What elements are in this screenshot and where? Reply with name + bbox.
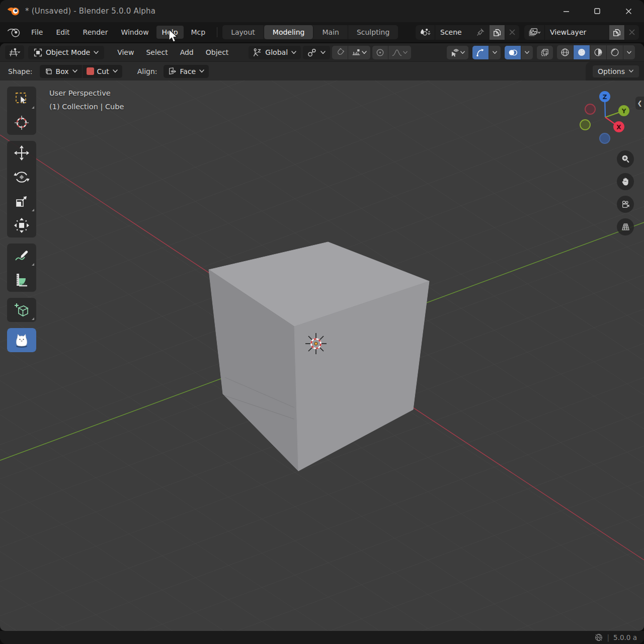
tool-rotate[interactable] <box>7 165 36 189</box>
svg-text:Y: Y <box>621 108 626 115</box>
mode-dropdown[interactable]: Object Mode <box>28 46 104 59</box>
duplicate-icon <box>493 28 501 37</box>
overlays-icon <box>508 48 518 57</box>
axis-y-ball[interactable]: Y <box>618 105 629 116</box>
menu-edit[interactable]: Edit <box>50 26 75 39</box>
xray-icon <box>540 48 550 57</box>
svg-text:X: X <box>616 124 621 131</box>
chevron-down-icon <box>112 69 118 73</box>
hand-icon <box>620 177 630 187</box>
menu-view[interactable]: View <box>112 46 139 59</box>
overlays-dropdown[interactable] <box>521 46 533 59</box>
scene-name[interactable]: Scene <box>435 25 490 40</box>
visibility-dropdown[interactable] <box>447 46 468 59</box>
chevron-down-icon <box>492 50 498 55</box>
measure-icon <box>14 272 30 288</box>
scene-delete-button[interactable] <box>505 25 519 40</box>
svg-text:Z: Z <box>603 94 607 101</box>
camera-view-button[interactable] <box>617 196 634 213</box>
close-button[interactable] <box>613 0 644 22</box>
shape-dropdown[interactable]: Box <box>40 65 82 78</box>
menu-window[interactable]: Window <box>115 26 154 39</box>
subtool-indicator <box>32 263 34 266</box>
shading-wireframe-button[interactable] <box>557 45 574 59</box>
sidebar-toggle[interactable]: ❮ <box>635 97 644 110</box>
tool-scale[interactable] <box>7 189 36 213</box>
tool-add-cube[interactable] <box>7 298 36 322</box>
snap-settings-dropdown[interactable] <box>348 46 370 59</box>
shading-rendered-button[interactable] <box>607 45 623 59</box>
3d-viewport-editor: Object Mode View Select Add Object Globa… <box>0 43 644 631</box>
scene-type-dropdown[interactable] <box>416 25 435 40</box>
show-overlays-toggle[interactable] <box>505 46 521 59</box>
zoom-button[interactable] <box>617 150 634 168</box>
chevron-down-icon <box>93 50 99 55</box>
blender-app-menu-icon[interactable] <box>7 27 21 38</box>
minimize-icon <box>562 8 570 15</box>
tab-sculpting[interactable]: Sculpting <box>348 25 398 39</box>
shading-solid-button[interactable] <box>574 45 590 59</box>
cut-color-swatch <box>87 67 94 75</box>
options-button[interactable]: Options <box>593 65 639 77</box>
viewport-controls <box>617 150 634 235</box>
tool-transform[interactable] <box>7 213 36 237</box>
viewlayer-delete-button[interactable] <box>625 25 639 40</box>
menu-file[interactable]: File <box>26 26 48 39</box>
proportional-falloff-dropdown[interactable] <box>388 46 411 59</box>
maximize-button[interactable] <box>582 0 613 22</box>
perspective-toggle-button[interactable] <box>617 218 634 235</box>
pan-button[interactable] <box>617 173 634 190</box>
editor-type-dropdown[interactable] <box>5 45 24 59</box>
menu-object[interactable]: Object <box>201 46 234 59</box>
xray-group <box>537 46 553 59</box>
shading-dropdown[interactable] <box>623 45 635 59</box>
viewlayer-name[interactable]: ViewLayer <box>545 25 609 40</box>
menu-add[interactable]: Add <box>175 46 199 59</box>
gizmos-dropdown[interactable] <box>489 46 501 59</box>
tab-main[interactable]: Main <box>313 25 348 39</box>
chevron-down-icon <box>361 50 367 55</box>
tool-measure[interactable] <box>7 268 36 292</box>
axis-neg-z-ball[interactable] <box>600 133 610 143</box>
annotate-icon <box>14 248 30 264</box>
axis-z-ball[interactable]: Z <box>599 91 610 102</box>
magnet-icon <box>335 48 345 57</box>
viewlayer-new-button[interactable] <box>609 25 625 40</box>
chevron-down-icon <box>320 50 326 55</box>
viewlayer-type-dropdown[interactable] <box>524 25 545 40</box>
status-separator: | <box>607 633 610 641</box>
transform-orientation-dropdown[interactable]: Global <box>249 46 301 59</box>
view-perspective-label: User Perspective <box>49 87 124 100</box>
tool-move[interactable] <box>7 141 36 165</box>
3d-viewport[interactable]: User Perspective (1) Collection | Cube <box>0 80 644 631</box>
menu-mcp[interactable]: Mcp <box>186 26 211 39</box>
xray-toggle[interactable] <box>537 46 553 59</box>
show-gizmos-toggle[interactable] <box>472 46 489 59</box>
transform-icon <box>13 216 31 234</box>
chevron-down-icon <box>199 69 205 73</box>
menu-render[interactable]: Render <box>77 26 114 39</box>
pin-icon[interactable] <box>476 28 485 37</box>
proportional-editing-toggle[interactable] <box>372 46 388 59</box>
network-offline-icon <box>594 633 603 642</box>
tab-modeling[interactable]: Modeling <box>264 25 314 39</box>
axis-neg-x-ball[interactable] <box>585 104 595 114</box>
tool-annotate[interactable] <box>7 244 36 268</box>
align-dropdown[interactable]: Face <box>164 65 209 78</box>
shading-material-button[interactable] <box>590 45 607 59</box>
scene-new-button[interactable] <box>490 25 505 40</box>
minimize-button[interactable] <box>550 0 582 22</box>
tool-blob-active[interactable] <box>7 328 36 352</box>
blender-window: * (Unsaved) - Blender 5.0.0 Alpha File E… <box>0 0 644 644</box>
axis-x-ball[interactable]: X <box>613 121 624 132</box>
cut-mode-dropdown[interactable]: Cut <box>83 65 122 78</box>
tool-box-select[interactable] <box>7 87 36 111</box>
tool-cursor[interactable] <box>7 111 36 135</box>
pivot-point-dropdown[interactable] <box>303 46 330 59</box>
tab-layout[interactable]: Layout <box>222 25 264 39</box>
snap-toggle[interactable] <box>332 46 348 59</box>
axis-neg-y-ball[interactable] <box>580 120 590 130</box>
shape-label: Shape: <box>8 67 33 75</box>
menu-select[interactable]: Select <box>141 46 173 59</box>
navigation-gizmo[interactable]: Z Y X <box>580 90 630 146</box>
